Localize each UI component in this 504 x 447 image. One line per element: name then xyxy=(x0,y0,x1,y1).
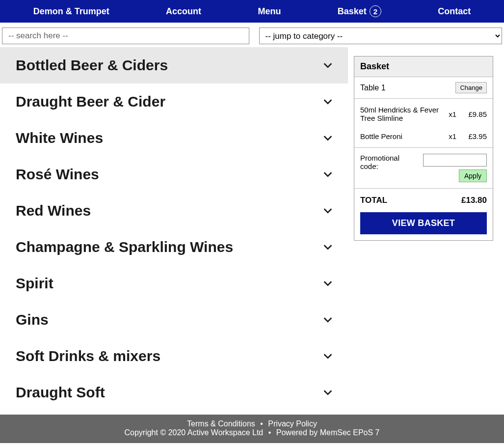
item-name: Bottle Peroni xyxy=(360,132,447,140)
category-row[interactable]: Gins xyxy=(0,302,348,338)
category-row[interactable]: Champagne & Sparkling Wines xyxy=(0,229,348,265)
basket-table-row: Table 1 Change xyxy=(354,77,493,99)
footer-terms-link[interactable]: Terms & Conditions xyxy=(187,419,255,428)
category-title: Spirit xyxy=(16,275,53,292)
footer-powered: Powered by MemSec EPoS 7 xyxy=(276,428,380,437)
footer-copyright: Copyright © 2020 Active Workspace Ltd xyxy=(124,428,263,437)
chevron-down-icon xyxy=(322,133,333,143)
chevron-down-icon xyxy=(322,60,333,71)
category-title: Draught Beer & Cider xyxy=(16,93,165,110)
basket-header: Basket xyxy=(354,56,493,77)
chevron-down-icon xyxy=(322,387,333,398)
apply-promo-button[interactable]: Apply xyxy=(459,169,487,182)
category-row[interactable]: Draught Beer & Cider xyxy=(0,84,348,120)
change-table-button[interactable]: Change xyxy=(455,82,487,93)
chevron-down-icon xyxy=(322,205,333,216)
total-value: £13.80 xyxy=(461,196,487,205)
chevron-down-icon xyxy=(322,242,333,252)
basket-panel: Basket Table 1 Change 50ml Hendricks & F… xyxy=(354,56,493,241)
category-row[interactable]: Draught Soft xyxy=(0,374,348,411)
item-price: £3.95 xyxy=(461,132,487,140)
nav-basket-label: Basket xyxy=(338,6,367,17)
promo-row: Promotional code: Apply xyxy=(354,148,493,189)
category-row[interactable]: Soft Drinks & mixers xyxy=(0,338,348,374)
item-name: 50ml Hendricks & Fever Tree Slimline xyxy=(360,106,447,122)
basket-item: 50ml Hendricks & Fever Tree Slimlinex1£9… xyxy=(360,101,487,127)
category-title: Rosé Wines xyxy=(16,166,99,183)
category-list: Bottled Beer & CidersDraught Beer & Cide… xyxy=(0,47,348,411)
search-input[interactable] xyxy=(2,28,249,44)
item-qty: x1 xyxy=(447,110,461,118)
category-title: Draught Soft xyxy=(16,384,105,401)
chevron-down-icon xyxy=(322,96,333,107)
footer-privacy-link[interactable]: Privacy Policy xyxy=(268,419,317,428)
view-basket-button[interactable]: VIEW BASKET xyxy=(360,212,487,234)
category-title: Soft Drinks & mixers xyxy=(16,348,160,364)
total-row: TOTAL £13.80 xyxy=(354,189,493,212)
basket-count-badge: 2 xyxy=(370,5,381,17)
basket-items: 50ml Hendricks & Fever Tree Slimlinex1£9… xyxy=(354,99,493,148)
promo-input[interactable] xyxy=(423,154,487,167)
bullet-icon: • xyxy=(265,428,274,437)
nav-menu[interactable]: Menu xyxy=(258,6,281,17)
chevron-down-icon xyxy=(322,351,333,362)
top-nav: Demon & Trumpet Account Menu Basket 2 Co… xyxy=(0,0,504,23)
bullet-icon: • xyxy=(257,419,266,428)
category-row[interactable]: Spirit xyxy=(0,265,348,302)
chevron-down-icon xyxy=(322,169,333,180)
promo-label: Promotional code: xyxy=(360,154,404,170)
total-label: TOTAL xyxy=(360,196,387,205)
nav-brand[interactable]: Demon & Trumpet xyxy=(33,6,109,17)
category-title: Red Wines xyxy=(16,202,91,219)
footer: Terms & Conditions • Privacy Policy Copy… xyxy=(0,415,504,443)
category-row[interactable]: Rosé Wines xyxy=(0,156,348,193)
category-row[interactable]: White Wines xyxy=(0,120,348,156)
nav-basket[interactable]: Basket 2 xyxy=(338,5,381,17)
category-title: Bottled Beer & Ciders xyxy=(16,57,168,74)
table-info: Table 1 xyxy=(360,84,386,92)
category-row[interactable]: Bottled Beer & Ciders xyxy=(0,47,348,84)
category-select[interactable]: -- jump to category -- xyxy=(259,28,503,44)
item-qty: x1 xyxy=(447,132,461,140)
item-price: £9.85 xyxy=(461,110,487,118)
category-row[interactable]: Red Wines xyxy=(0,193,348,229)
nav-account[interactable]: Account xyxy=(166,6,201,17)
chevron-down-icon xyxy=(322,278,333,289)
filter-row: -- jump to category -- xyxy=(0,23,504,47)
chevron-down-icon xyxy=(322,314,333,325)
category-title: White Wines xyxy=(16,130,103,146)
category-title: Champagne & Sparkling Wines xyxy=(16,239,233,255)
basket-item: Bottle Peronix1£3.95 xyxy=(360,127,487,145)
category-title: Gins xyxy=(16,311,49,328)
nav-contact[interactable]: Contact xyxy=(438,6,471,17)
